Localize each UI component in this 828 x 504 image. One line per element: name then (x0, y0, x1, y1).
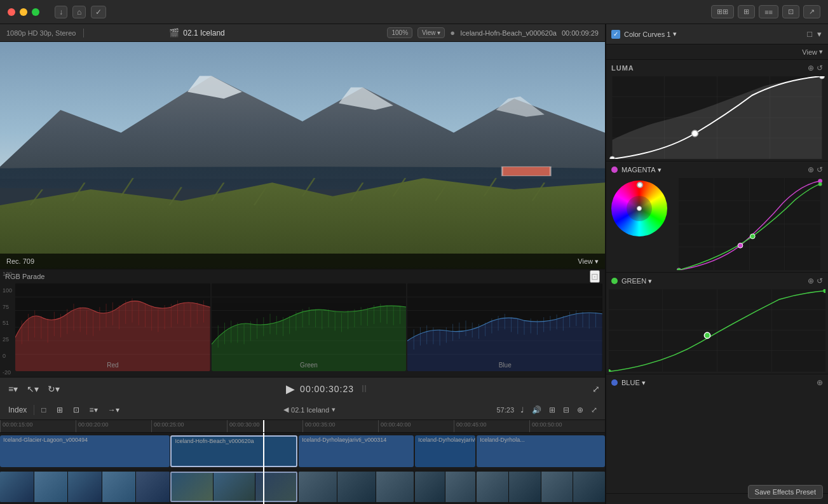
playhead-line (263, 420, 264, 432)
grid-view-button[interactable]: ⊞ (53, 404, 66, 416)
titlebar-icons: ↓ ⌂ ✓ (55, 6, 106, 18)
green-curve-canvas (606, 289, 828, 372)
green-eyedropper[interactable]: ⊕ (808, 276, 814, 285)
clip-view-button[interactable]: □ (38, 404, 49, 416)
download-button[interactable]: ↓ (55, 6, 67, 18)
traffic-lights (8, 8, 39, 16)
green-reset[interactable]: ↺ (817, 276, 823, 285)
luma-curve-section: LUMA ⊕ ↺ (606, 60, 828, 161)
fullscreen-button[interactable] (32, 8, 39, 16)
zoom-in-button[interactable]: ⊕ (574, 404, 586, 416)
view-header: View ▾ (606, 44, 828, 60)
timeline-expand[interactable]: ⤢ (588, 404, 600, 416)
waveform-expand-button[interactable]: ⊡ (590, 270, 600, 283)
clip-label-dyr1: Iceland-Dyrholaeyjarivti_v000314 (302, 437, 386, 443)
left-panel: 1080p HD 30p, Stereo 🎬 02.1 Iceland 100%… (0, 24, 606, 504)
audio-skimmer[interactable]: ♩ (518, 404, 527, 416)
ruler-mark-40: 00:00:40:00 (378, 420, 454, 432)
magenta-curve-section: MAGENTA ▾ ⊕ ↺ (606, 161, 828, 273)
color-wheel-cursor[interactable] (637, 182, 643, 188)
luma-label: LUMA (611, 64, 634, 72)
filter-button[interactable]: ≡▾ (86, 404, 101, 416)
right-panel: ✓ Color Curves 1 ▾ □ ▾ View ▾ LUMA ⊕ (606, 24, 828, 504)
save-effects-preset-button[interactable]: Save Effects Preset (748, 485, 823, 499)
svg-point-135 (820, 76, 825, 79)
minimize-button[interactable] (20, 8, 27, 16)
ruler-mark-30: 00:00:30:00 (227, 420, 302, 432)
magenta-eyedropper[interactable]: ⊕ (808, 165, 814, 174)
magenta-curve-actions: ⊕ ↺ (808, 165, 823, 174)
blue-eyedropper[interactable]: ⊕ (817, 378, 823, 387)
tiles-button[interactable]: ≡≡ (759, 5, 778, 18)
clip-appearance[interactable]: ⊞ (546, 404, 558, 416)
chevron-left[interactable]: ◀ (283, 405, 288, 414)
panels-button[interactable]: ⊞ (738, 5, 755, 18)
effect-name-dropdown[interactable]: Color Curves 1 ▾ (624, 30, 802, 38)
fullscreen-toggle[interactable]: ⤢ (592, 384, 600, 394)
clip-glacier-lagoon[interactable]: Iceland-Glacier-Lagoon_v000494 (0, 435, 170, 467)
transport-bar: ≡▾ ↖▾ ↻▾ ▶ 00:00:30:23 ⏸ ⤢ (0, 377, 605, 400)
titlebar: ↓ ⌂ ✓ ⊞⊞ ⊞ ≡≡ ⊡ ↗ (0, 0, 828, 24)
thumb-hofn (170, 472, 297, 502)
ruler-mark-15: 00:00:15:00 (0, 420, 76, 432)
color-wheel-center-dot (637, 206, 642, 211)
divider (83, 29, 84, 37)
select-tool-button[interactable]: ↖▾ (24, 382, 42, 396)
luma-eyedropper[interactable]: ⊕ (808, 64, 814, 72)
clip-hofn-beach[interactable]: Iceland-Hofn-Beach_v000620a (170, 435, 297, 467)
play-button[interactable]: ▶ (286, 382, 295, 396)
svg-point-144 (738, 243, 743, 248)
share-button[interactable]: ↗ (803, 5, 820, 18)
clip-dyrholaey-1[interactable]: Iceland-Dyrholaeyjarivti_v000314 (299, 435, 414, 467)
pause-button[interactable]: ⏸ (359, 383, 369, 395)
svg-point-148 (818, 182, 822, 186)
thumb-dyr1 (299, 472, 414, 502)
magenta-label[interactable]: MAGENTA ▾ (621, 166, 662, 174)
filename: Iceland-Hofn-Beach_v000620a (460, 29, 557, 37)
clip-dyrholaey-3[interactable]: Iceland-Dyrhola... (477, 435, 605, 467)
ruler-mark-25: 00:00:25:00 (151, 420, 227, 432)
zoom-out-button[interactable]: ⊟ (560, 404, 572, 416)
clip-dyrholaey-2[interactable]: Iceland-Dyrholaeyjarivti_v0... (415, 435, 475, 467)
green-curve-header: GREEN ▾ ⊕ ↺ (606, 273, 828, 289)
workspace-button[interactable]: ⊞⊞ (711, 5, 734, 18)
arrow-button[interactable]: →▾ (105, 404, 123, 416)
index-button[interactable]: Index (5, 404, 30, 416)
clip-icon: 🎬 (169, 28, 179, 37)
save-preset-container: Save Effects Preset (606, 494, 828, 504)
luma-reset[interactable]: ↺ (817, 64, 823, 72)
check-button[interactable]: ✓ (91, 6, 106, 18)
view-button[interactable]: View ▾ (417, 27, 445, 38)
effect-checkbox[interactable]: ✓ (611, 30, 620, 39)
ruler-mark-35: 00:00:35:00 (302, 420, 378, 432)
info-icon[interactable]: ● (450, 28, 455, 37)
view-mode-button[interactable]: ≡▾ (5, 382, 21, 396)
timecode-display: 00:00:09:29 (562, 29, 599, 37)
timeline-duration: 57:23 (496, 406, 514, 414)
view-dropdown[interactable]: View ▾ (578, 257, 599, 266)
blue-curve-actions: ⊕ (817, 378, 823, 387)
green-channel-label: Green (212, 362, 407, 369)
effect-tile-button[interactable]: □ (806, 28, 813, 40)
effect-menu-button[interactable]: ▾ (816, 28, 823, 40)
close-button[interactable] (8, 8, 15, 16)
undo-button[interactable]: ↻▾ (44, 382, 63, 396)
view-dropdown-button[interactable]: View ▾ (802, 48, 823, 56)
green-label[interactable]: GREEN ▾ (621, 277, 652, 285)
red-channel-label: Red (15, 362, 210, 369)
audio-mute[interactable]: 🔊 (529, 404, 544, 416)
list-view-button[interactable]: ⊡ (70, 404, 83, 416)
color-wheel[interactable] (611, 180, 669, 238)
zoom-level[interactable]: 100% (387, 27, 412, 38)
key-button[interactable]: ⌂ (72, 6, 86, 18)
preview-bottom-bar: Rec. 709 View ▾ (0, 254, 605, 269)
clip-row: Iceland-Glacier-Lagoon_v000494 Iceland-H… (0, 433, 605, 470)
layout-button[interactable]: ⊡ (782, 5, 799, 18)
blue-label[interactable]: BLUE ▾ (621, 379, 646, 387)
main-content: 1080p HD 30p, Stereo 🎬 02.1 Iceland 100%… (0, 24, 828, 504)
video-resolution: 1080p HD 30p, Stereo (6, 29, 76, 37)
magenta-reset[interactable]: ↺ (817, 165, 823, 174)
blue-curve-section: BLUE ▾ ⊕ (606, 374, 828, 494)
clip-label-glacier: Iceland-Glacier-Lagoon_v000494 (3, 437, 88, 443)
luma-curve-header: LUMA ⊕ ↺ (606, 60, 828, 76)
